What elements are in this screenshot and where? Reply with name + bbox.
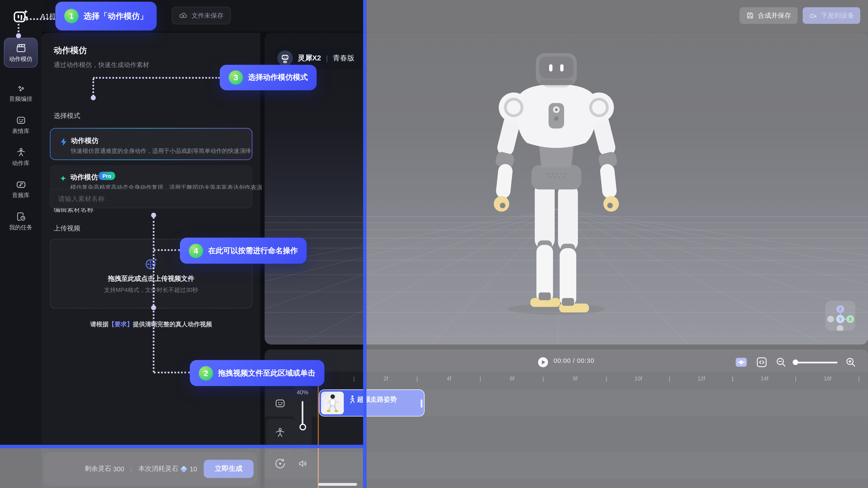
project-title: A1机 bbox=[40, 12, 56, 22]
tutorial-guide-line-horizontal bbox=[0, 445, 363, 448]
material-name-input[interactable] bbox=[50, 189, 252, 208]
mode-card-standard[interactable]: 动作模仿 快速模仿普通难度的全身动作，适用于小品戏剧等简单动作的快速演绎 bbox=[50, 128, 252, 160]
tutorial-tooltip-2: 2 拖拽视频文件至此区域或单击 bbox=[190, 360, 324, 386]
upload-video-label: 上传视频 bbox=[54, 224, 80, 233]
tooltip-step-number: 2 bbox=[199, 366, 213, 380]
app-window: A1机 文件未保存 合成并保存 下发到设备 bbox=[0, 0, 868, 488]
panel-title: 动作模仿 bbox=[54, 45, 87, 56]
mode-select-label: 选择模式 bbox=[54, 111, 80, 121]
tooltip-step-number: 3 bbox=[228, 70, 243, 85]
connector-mode-horizontal bbox=[93, 77, 220, 79]
connector-name-horizontal bbox=[154, 249, 180, 251]
mode-card-desc: 快速模仿普通难度的全身动作，适用于小品戏剧等简单动作的快速演绎 bbox=[71, 147, 251, 155]
connector-dropzone-horizontal bbox=[154, 372, 190, 373]
badge-divider: | bbox=[326, 54, 328, 62]
tutorial-dim-overlay-right bbox=[366, 0, 868, 488]
connector-logo-horizontal bbox=[21, 18, 55, 20]
sidebar-label: 我的任务 bbox=[9, 224, 32, 231]
tutorial-tooltip-3: 3 选择动作模仿模式 bbox=[220, 65, 317, 90]
sidebar-label: 动作库 bbox=[12, 159, 30, 167]
upload-requirement-note: 请根据【要求】提供清晰完整的真人动作视频 bbox=[50, 320, 252, 328]
robot-face-icon bbox=[15, 114, 26, 125]
tutorial-dim-overlay-bottom bbox=[0, 448, 363, 488]
sidebar-item-audio-library[interactable]: 音频库 bbox=[4, 174, 38, 204]
file-unsaved-button[interactable]: 文件未保存 bbox=[172, 7, 230, 24]
track-zoom-value: 40% bbox=[293, 389, 312, 396]
tooltip-text: 选择动作模仿模式 bbox=[248, 73, 308, 83]
upload-sub-text: 支持MP4格式，文件时长不超过30秒 bbox=[51, 286, 252, 294]
clip-thumbnail bbox=[321, 391, 344, 414]
model-edition: 青春版 bbox=[333, 53, 354, 63]
sidebar-label: 表情库 bbox=[12, 127, 30, 135]
walking-person-icon bbox=[348, 395, 356, 404]
sparkles-icon bbox=[15, 82, 26, 93]
body-track-button[interactable] bbox=[266, 419, 294, 447]
music-box-icon bbox=[15, 178, 26, 190]
person-icon bbox=[15, 146, 26, 157]
tutorial-tooltip-1: 1 选择「动作模仿」 bbox=[55, 2, 157, 30]
connector-upload-vertical bbox=[153, 217, 154, 372]
sidebar-item-motion-imitation[interactable]: 动作模仿 bbox=[4, 38, 38, 68]
requirement-link[interactable]: 【要求】 bbox=[108, 321, 133, 327]
lightning-icon bbox=[59, 138, 68, 146]
tutorial-tooltip-4: 4 在此可以按需进行命名操作 bbox=[180, 238, 307, 264]
model-name: 灵犀X2 bbox=[298, 53, 321, 63]
cloud-x-icon bbox=[179, 11, 188, 20]
track-zoom-panel: 40% bbox=[293, 386, 312, 447]
mode-card-title: 动作模仿 bbox=[71, 136, 98, 146]
connector-mode-vertical bbox=[92, 79, 94, 96]
sidebar-item-audio-arrange[interactable]: 音频编排 bbox=[4, 78, 38, 108]
sidebar-label: 音频编排 bbox=[9, 95, 32, 103]
track-zoom-slider-handle[interactable] bbox=[299, 424, 306, 430]
tooltip-step-number: 4 bbox=[189, 243, 203, 258]
panel-subtitle: 通过动作模仿，快速生成动作素材 bbox=[54, 61, 149, 69]
sidebar-label: 动作模仿 bbox=[9, 55, 32, 63]
mode-card-title: 动作模仿 bbox=[70, 173, 98, 182]
sidebar-item-motion-library[interactable]: 动作库 bbox=[4, 142, 38, 172]
expression-track-icon bbox=[274, 397, 286, 409]
tooltip-step-number: 1 bbox=[64, 9, 79, 23]
sidebar-item-my-tasks[interactable]: 我的任务 bbox=[4, 206, 38, 236]
file-unsaved-label: 文件未保存 bbox=[192, 11, 223, 20]
app-logo-robot-icon bbox=[13, 9, 28, 23]
upload-main-text: 拖拽至此或点击上传视频文件 bbox=[51, 274, 252, 284]
film-reel-sparkle-icon bbox=[145, 257, 158, 270]
task-clock-icon bbox=[15, 211, 26, 222]
tooltip-text: 拖拽视频文件至此区域或单击 bbox=[218, 368, 315, 378]
star-sparkle-icon bbox=[59, 174, 68, 183]
track-zoom-slider[interactable] bbox=[302, 401, 303, 426]
clip-left-handle[interactable] bbox=[322, 399, 324, 408]
pro-badge: Pro bbox=[98, 172, 115, 180]
model-avatar bbox=[277, 51, 293, 66]
tutorial-guide-line-vertical bbox=[363, 0, 366, 488]
body-track-icon bbox=[274, 427, 286, 439]
clapperboard-icon bbox=[15, 42, 26, 54]
tooltip-text: 选择「动作模仿」 bbox=[84, 11, 148, 21]
sidebar-item-expression-library[interactable]: 表情库 bbox=[4, 110, 38, 140]
sidebar-label: 音频库 bbox=[12, 191, 30, 199]
sidebar-nav: 动作模仿 音频编排 表情库 动作库 bbox=[0, 31, 41, 488]
tooltip-text: 在此可以按需进行命名操作 bbox=[208, 246, 298, 256]
expression-track-button[interactable] bbox=[266, 389, 294, 417]
